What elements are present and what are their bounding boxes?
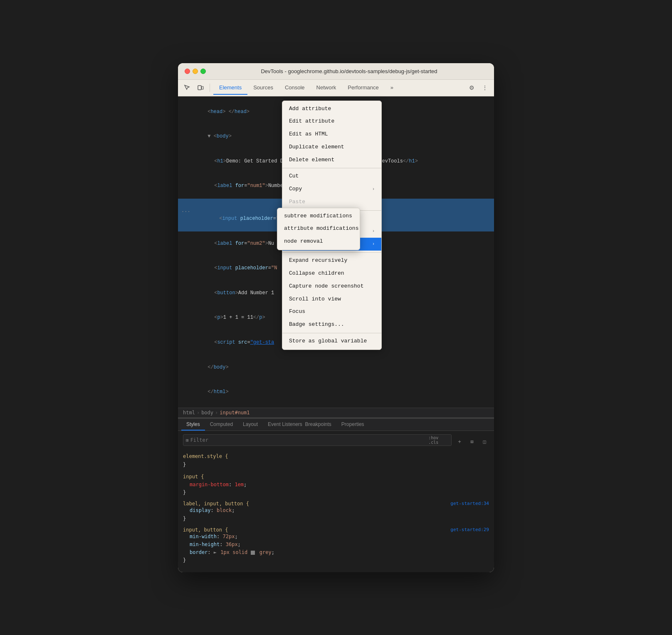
menu-cut[interactable]: Cut [282, 170, 381, 183]
breadcrumb-html[interactable]: html [183, 410, 195, 416]
css-rule-label-input-button: label, input, button { get-started:34 di… [183, 501, 489, 522]
menu-capture-screenshot[interactable]: Capture node screenshot [282, 280, 381, 293]
panel-tab-breakpoints[interactable]: Event Listeners Breakpoints [263, 419, 336, 431]
tab-performance[interactable]: Performance [342, 81, 384, 95]
force-state-submenu-arrow: › [372, 228, 375, 235]
menu-duplicate-element[interactable]: Duplicate element [282, 141, 381, 154]
submenu-node-removal[interactable]: node removal [277, 235, 360, 248]
menu-expand-recursively[interactable]: Expand recursively [282, 254, 381, 267]
color-swatch-grey[interactable] [251, 551, 255, 555]
menu-scroll-into-view[interactable]: Scroll into view [282, 293, 381, 306]
breadcrumb-body[interactable]: body [201, 410, 213, 416]
tab-elements[interactable]: Elements [213, 81, 247, 95]
filter-input[interactable] [190, 437, 427, 443]
panel-tab-layout[interactable]: Layout [238, 419, 263, 431]
titlebar: DevTools - googlechrome.github.io/devtoo… [178, 63, 494, 80]
copy-submenu-arrow: › [372, 186, 375, 193]
breadcrumb: html › body › input#num1 [178, 408, 494, 417]
filter-bar[interactable]: ⊞ :hov .cls [183, 434, 452, 446]
menu-badge-settings[interactable]: Badge settings... [282, 318, 381, 331]
inspect-icon[interactable] [181, 82, 193, 94]
menu-edit-attribute[interactable]: Edit attribute [282, 115, 381, 128]
menu-collapse-children[interactable]: Collapse children [282, 267, 381, 280]
menu-paste: Paste [282, 196, 381, 209]
panel-tab-properties[interactable]: Properties [336, 419, 369, 431]
submenu-attribute[interactable]: attribute modifications [277, 222, 360, 235]
maximize-button[interactable] [200, 69, 206, 74]
menu-edit-html[interactable]: Edit as HTML [282, 128, 381, 141]
close-button[interactable] [185, 69, 190, 74]
menu-delete-element[interactable]: Delete element [282, 154, 381, 167]
toolbar: Elements Sources Console Network Perform… [178, 80, 494, 96]
kebab-menu-icon[interactable]: ⋮ [479, 82, 491, 94]
menu-add-attribute[interactable]: Add attribute [282, 103, 381, 116]
css-rule-input: input { margin-bottom: 1em; } [183, 473, 489, 497]
device-toggle-icon[interactable] [195, 82, 206, 94]
menu-copy[interactable]: Copy › [282, 183, 381, 196]
window-title: DevTools - googlechrome.github.io/devtoo… [211, 68, 487, 74]
bottom-panel: Styles Computed Layout Event Listeners B… [178, 417, 494, 572]
panel-tab-styles[interactable]: Styles [181, 419, 205, 431]
toolbar-right: ⚙ ⋮ [466, 82, 491, 94]
panel-tab-computed[interactable]: Computed [205, 419, 238, 431]
styles-area: ⊞ :hov .cls + ⊞ ◫ element.style { } inpu… [178, 431, 494, 572]
tab-console[interactable]: Console [279, 81, 311, 95]
svg-rect-0 [198, 86, 201, 90]
elements-panel: <head> </head> ▼ <body> <h1>Demo: Get St… [178, 96, 494, 408]
html-line-html-close[interactable]: </html> [178, 380, 494, 405]
break-on-submenu-arrow: › [372, 241, 375, 248]
submenu-subtree[interactable]: subtree modifications [277, 210, 360, 223]
tab-network[interactable]: Network [311, 81, 342, 95]
add-style-rule-btn[interactable]: + [455, 437, 464, 446]
settings-icon[interactable]: ⚙ [466, 82, 477, 94]
html-line-body-close[interactable]: </body> [178, 355, 494, 380]
devtools-window: DevTools - googlechrome.github.io/devtoo… [178, 63, 494, 572]
break-on-submenu: subtree modifications attribute modifica… [277, 208, 360, 250]
copy-styles-btn[interactable]: ⊞ [467, 437, 477, 446]
svg-rect-1 [202, 86, 203, 89]
traffic-lights [185, 69, 206, 74]
toggle-sidebar-btn[interactable]: ◫ [480, 437, 489, 446]
panel-tabs: Styles Computed Layout Event Listeners B… [178, 419, 494, 431]
menu-focus[interactable]: Focus [282, 305, 381, 318]
css-rule-element-style: element.style { } [183, 453, 489, 468]
menu-separator-3 [282, 252, 381, 253]
source-link-input-button[interactable]: get-started:29 [450, 527, 489, 533]
breadcrumb-input[interactable]: input#num1 [220, 410, 250, 416]
source-link-label-input[interactable]: get-started:34 [450, 501, 489, 507]
main-tabs: Elements Sources Console Network Perform… [213, 81, 464, 95]
menu-separator-1 [282, 168, 381, 168]
menu-separator-4 [282, 333, 381, 333]
tab-sources[interactable]: Sources [247, 81, 279, 95]
tab-more[interactable]: » [385, 81, 399, 95]
css-rule-input-button: input, button { get-started:29 min-width… [183, 527, 489, 565]
minimize-button[interactable] [193, 69, 198, 74]
menu-store-global[interactable]: Store as global variable [282, 335, 381, 348]
toolbar-separator-1 [210, 84, 210, 92]
